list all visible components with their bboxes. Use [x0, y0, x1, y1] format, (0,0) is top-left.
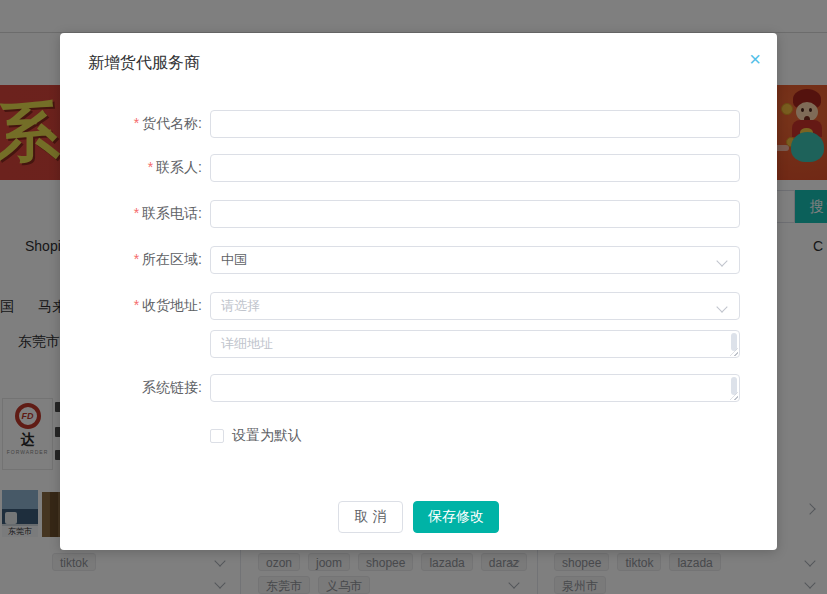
required-asterisk: *	[134, 205, 139, 221]
required-asterisk: *	[148, 159, 153, 175]
form-row-region: *所在区域: 中国	[60, 246, 777, 274]
set-default-row: 设置为默认	[210, 427, 302, 445]
field-label: *联系人:	[60, 159, 202, 177]
scrollbar-thumb[interactable]	[731, 377, 737, 395]
scrollbar-thumb[interactable]	[731, 333, 737, 351]
add-forwarder-dialog: 新增货代服务商 × *货代名称: *联系人: *联系电话: *所在区域: 中国 …	[60, 33, 777, 550]
save-button[interactable]: 保存修改	[413, 501, 499, 533]
required-asterisk: *	[134, 115, 139, 131]
set-default-checkbox[interactable]	[210, 429, 224, 443]
field-label: *所在区域:	[60, 251, 202, 269]
textarea-placeholder: 详细地址	[221, 335, 273, 353]
detail-address-textarea[interactable]: 详细地址	[210, 330, 740, 358]
form-row-detail-address: 详细地址	[60, 330, 777, 358]
chevron-down-icon	[716, 255, 727, 266]
field-label: *货代名称:	[60, 115, 202, 133]
form-row-system-link: 系统链接:	[60, 374, 777, 402]
chevron-down-icon	[716, 301, 727, 312]
region-select-value: 中国	[221, 251, 247, 269]
close-icon[interactable]: ×	[743, 47, 767, 71]
dialog-footer: 取 消 保存修改	[60, 501, 777, 533]
form-row-address: *收货地址: 请选择	[60, 292, 777, 320]
dialog-title: 新增货代服务商	[88, 53, 200, 74]
form-row-forwarder-name: *货代名称:	[60, 110, 777, 138]
form-row-contact: *联系人:	[60, 154, 777, 182]
required-asterisk: *	[134, 251, 139, 267]
contact-phone-input[interactable]	[210, 200, 740, 228]
field-label: *联系电话:	[60, 205, 202, 223]
system-link-textarea[interactable]	[210, 374, 740, 402]
field-label: *收货地址:	[60, 297, 202, 315]
region-select[interactable]: 中国	[210, 246, 740, 274]
forwarder-name-input[interactable]	[210, 110, 740, 138]
checkbox-label: 设置为默认	[232, 427, 302, 445]
select-placeholder: 请选择	[221, 297, 260, 315]
form-row-phone: *联系电话:	[60, 200, 777, 228]
contact-person-input[interactable]	[210, 154, 740, 182]
receive-address-select[interactable]: 请选择	[210, 292, 740, 320]
required-asterisk: *	[134, 297, 139, 313]
field-label: 系统链接:	[60, 379, 202, 397]
cancel-button[interactable]: 取 消	[338, 501, 403, 533]
